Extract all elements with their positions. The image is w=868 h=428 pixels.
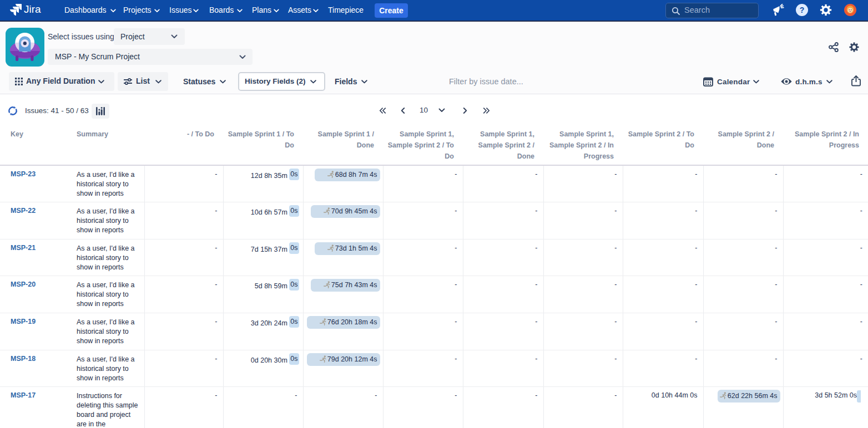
svg-text:?: ? (800, 6, 805, 14)
